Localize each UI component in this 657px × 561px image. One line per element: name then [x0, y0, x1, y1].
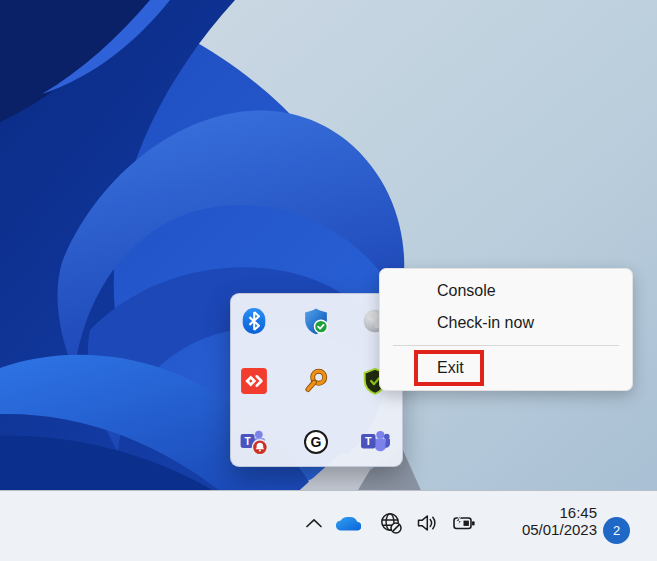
volume-speaker-icon[interactable]	[414, 510, 440, 536]
chevron-up-icon[interactable]	[301, 510, 327, 536]
clock-time: 16:45	[522, 504, 597, 521]
context-menu: Console Check-in now Exit	[379, 268, 633, 391]
onedrive-cloud-icon[interactable]	[335, 510, 361, 536]
g-letter: G	[304, 430, 328, 454]
windows-security-shield-icon[interactable]	[299, 304, 333, 338]
menu-item-console[interactable]: Console	[380, 277, 632, 305]
taskbar: 16:45 05/01/2023	[0, 490, 657, 561]
tray-overflow-flyout: T G T	[230, 293, 403, 467]
g-circle-icon[interactable]: G	[299, 425, 333, 459]
teams-letter: T	[244, 436, 251, 447]
taskbar-clock[interactable]: 16:45 05/01/2023	[522, 504, 597, 538]
orange-magnifier-icon[interactable]	[299, 364, 333, 398]
network-globe-offline-icon[interactable]	[378, 510, 404, 536]
menu-item-exit[interactable]: Exit	[380, 354, 632, 382]
menu-separator	[393, 345, 619, 346]
menu-item-check-in-now[interactable]: Check-in now	[380, 309, 632, 337]
battery-charging-icon[interactable]	[451, 510, 477, 536]
teams-notification-bell-icon[interactable]: T	[237, 425, 271, 459]
red-diamond-chevron-icon[interactable]	[237, 364, 271, 398]
desktop: T G T Console Check-in now Exit	[0, 0, 657, 561]
notification-count-badge[interactable]: 2	[603, 517, 630, 544]
teams-letter: T	[365, 435, 372, 447]
bluetooth-icon[interactable]	[237, 304, 271, 338]
teams-icon[interactable]: T	[358, 425, 392, 459]
clock-date: 05/01/2023	[522, 521, 597, 538]
